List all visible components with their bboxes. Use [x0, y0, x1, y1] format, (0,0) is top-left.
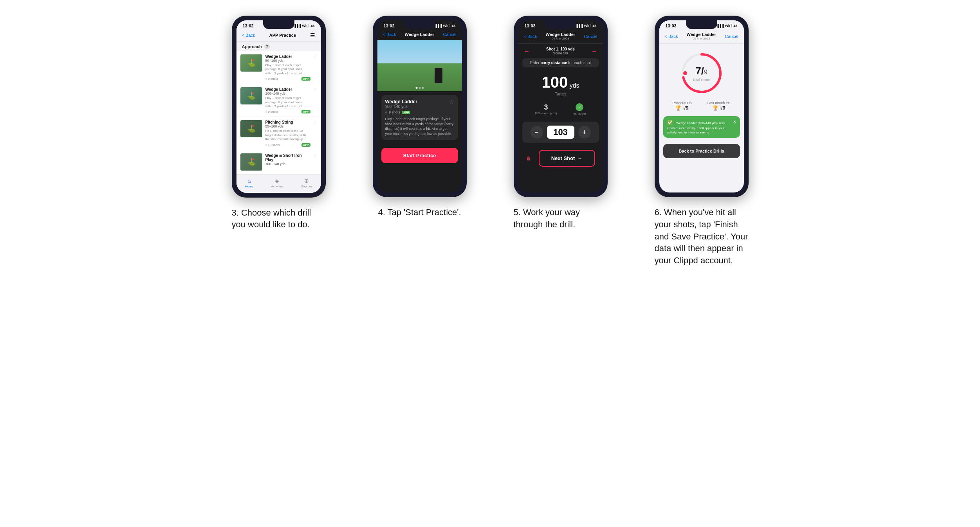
- increment-button[interactable]: +: [578, 126, 591, 138]
- category-label: Approach: [242, 44, 262, 49]
- battery-icon-2: 46: [451, 24, 455, 28]
- drill-item-1[interactable]: ⛳ Wedge Ladder 50–100 yds Play 1 shot at…: [236, 51, 321, 84]
- drill-info-3: Pitching String 55–100 yds Hit 1 shot at…: [265, 120, 310, 146]
- previous-pb-value: 🏆 -/9: [672, 105, 692, 111]
- carry-bold: carry distance: [541, 61, 567, 65]
- drill-item-3[interactable]: ⛳ Pitching String 55–100 yds Hit 1 shot …: [236, 117, 321, 150]
- drill-name-4: Wedge & Short Iron Play: [265, 153, 310, 162]
- phone-4: 13:03 ▐▐▐ WiFi 46 < Back Wedge Ladder 06…: [655, 16, 749, 197]
- input-row: − 103 +: [522, 122, 599, 143]
- signal-icon-3: ▐▐▐: [575, 24, 583, 28]
- toast-close-icon[interactable]: ✕: [733, 119, 736, 125]
- next-shot-label: Next Shot: [551, 155, 575, 161]
- next-shot-button[interactable]: Next Shot →: [539, 150, 595, 167]
- drill-thumb-3: ⛳: [240, 120, 262, 137]
- shots-text-2: ○: [385, 110, 387, 114]
- caption-4: 6. When you've hit all your shots, tap '…: [655, 207, 749, 267]
- signal-icon-2: ▐▐▐: [434, 24, 442, 28]
- target-label: Target: [518, 92, 603, 96]
- caption-1: 3. Choose which drill you would like to …: [232, 207, 326, 231]
- dot-2: [419, 87, 421, 89]
- status-time-1: 13:02: [243, 23, 254, 28]
- previous-pb: Previous PB 🏆 -/9: [672, 101, 692, 111]
- drill-yds-2: 100–140 yds: [265, 92, 310, 95]
- drill-thumb-1: ⛳: [240, 54, 262, 72]
- drill-detail-card: Wedge Ladder 100–140 yds ☆ ○ 9 shots APP…: [381, 95, 458, 140]
- drill-list: ⛳ Wedge Ladder 50–100 yds Play 1 shot at…: [236, 51, 321, 174]
- status-icons-2: ▐▐▐ WiFi 46: [434, 24, 455, 28]
- star-icon-1[interactable]: ☆: [314, 54, 317, 59]
- shot-info: Shot 1, 100 yds Score 5/9: [546, 47, 575, 55]
- drill-footer-2: ○ 9 shots APP: [265, 110, 310, 113]
- status-time-3: 13:03: [525, 23, 536, 28]
- last-month-pb-label: Last month PB: [707, 101, 731, 105]
- score-numerator: 7: [695, 65, 701, 77]
- nav-subtitle-3: 06 Mar 2023: [546, 37, 576, 40]
- tab-activities-label: Activities: [271, 185, 283, 188]
- tab-home[interactable]: ⌂ Home: [245, 178, 253, 188]
- sky-bg: [377, 40, 462, 66]
- nav-title-2: Wedge Ladder: [405, 32, 435, 37]
- nav-center-4: Wedge Ladder 06 Mar 2023: [687, 32, 717, 40]
- drill-item-2[interactable]: ⛳ Wedge Ladder 100–140 yds Play 1 shot a…: [236, 84, 321, 117]
- drill-yds-3: 55–100 yds: [265, 124, 310, 128]
- phone-screen-2: 13:02 ▐▐▐ WiFi 46 < Back Wedge Ladder Ca…: [377, 20, 462, 192]
- phone-screen-1: 13:02 ▐▐▐ WiFi 46 < Back APP Practice ☰ …: [236, 20, 321, 193]
- wifi-icon-2: WiFi: [443, 24, 451, 28]
- hit-target-stat: ✓ Hit Target: [573, 103, 586, 115]
- trash-icon[interactable]: 🗑: [522, 156, 535, 161]
- cancel-button-2[interactable]: Cancel: [443, 32, 456, 37]
- star-icon-4[interactable]: ☆: [314, 153, 317, 158]
- tab-activities[interactable]: ◈ Activities: [271, 178, 283, 188]
- target-yds: 100: [541, 74, 568, 91]
- prev-arrow[interactable]: ←: [524, 48, 530, 55]
- back-to-drills-button[interactable]: Back to Practice Drills: [663, 144, 740, 158]
- drill-thumb-4: ⛳: [240, 153, 262, 171]
- cancel-button-4[interactable]: Cancel: [725, 34, 738, 39]
- phone-2: 13:02 ▐▐▐ WiFi 46 < Back Wedge Ladder Ca…: [373, 16, 467, 197]
- last-month-pb-value: 🏆 -/9: [707, 105, 731, 111]
- drill-info-2: Wedge Ladder 100–140 yds Play 1 shot at …: [265, 87, 310, 113]
- column-2: 13:02 ▐▐▐ WiFi 46 < Back Wedge Ladder Ca…: [357, 16, 482, 219]
- difference-value: 3: [535, 103, 557, 112]
- difference-label: Difference (yds): [535, 112, 557, 115]
- decrement-button[interactable]: −: [531, 126, 543, 138]
- back-button-4[interactable]: < Back: [665, 34, 678, 39]
- app-badge-2: APP: [301, 110, 310, 113]
- thumb-inner-4: ⛳: [240, 153, 262, 171]
- back-button-3[interactable]: < Back: [524, 34, 537, 39]
- start-practice-button[interactable]: Start Practice: [381, 148, 458, 163]
- battery-icon-3: 46: [592, 24, 596, 28]
- back-button-2[interactable]: < Back: [383, 32, 396, 37]
- tab-bar-1: ⌂ Home ◈ Activities ⊕ Capture: [236, 174, 321, 193]
- drill-desc-1: Play 1 shot at each target yardage. If y…: [265, 63, 310, 76]
- star-icon-2[interactable]: ☆: [314, 87, 317, 92]
- activities-icon: ◈: [275, 178, 279, 184]
- drill-item-4[interactable]: ⛳ Wedge & Short Iron Play 100–140 yds ☆: [236, 150, 321, 174]
- pb-row: Previous PB 🏆 -/9 Last month PB 🏆 -/9: [659, 99, 744, 113]
- last-month-pb: Last month PB 🏆 -/9: [707, 101, 731, 111]
- input-value[interactable]: 103: [547, 126, 574, 139]
- status-icons-4: ▐▐▐ WiFi 46: [716, 24, 737, 28]
- drill-desc-2: Play 1 shot at each target yardage. If y…: [265, 96, 310, 108]
- capture-icon: ⊕: [304, 178, 309, 184]
- star-icon-3[interactable]: ☆: [314, 120, 317, 124]
- screen3-bottom: 🗑 Next Shot →: [518, 145, 603, 171]
- next-arrow[interactable]: →: [591, 48, 597, 55]
- score-circle: 7/9 Total Score: [680, 52, 723, 95]
- cancel-button-3[interactable]: Cancel: [584, 34, 597, 39]
- drill-yds-1: 50–100 yds: [265, 59, 310, 63]
- status-time-2: 13:02: [384, 23, 395, 28]
- back-button-1[interactable]: < Back: [242, 33, 255, 38]
- star-icon-detail[interactable]: ☆: [449, 99, 454, 105]
- last-pb-val: -/9: [720, 105, 726, 111]
- tab-capture[interactable]: ⊕ Capture: [301, 178, 312, 188]
- column-4: 13:03 ▐▐▐ WiFi 46 < Back Wedge Ladder 06…: [639, 16, 764, 267]
- drill-image-area: [377, 40, 462, 91]
- shot-label: Shot 1, 100 yds: [546, 47, 575, 51]
- trophy-icon-2: 🏆: [713, 105, 718, 111]
- svg-point-2: [683, 71, 687, 75]
- status-icons-1: ▐▐▐ WiFi 46: [293, 24, 314, 28]
- score-label: Total Score: [693, 78, 710, 82]
- menu-icon-1[interactable]: ☰: [310, 32, 315, 38]
